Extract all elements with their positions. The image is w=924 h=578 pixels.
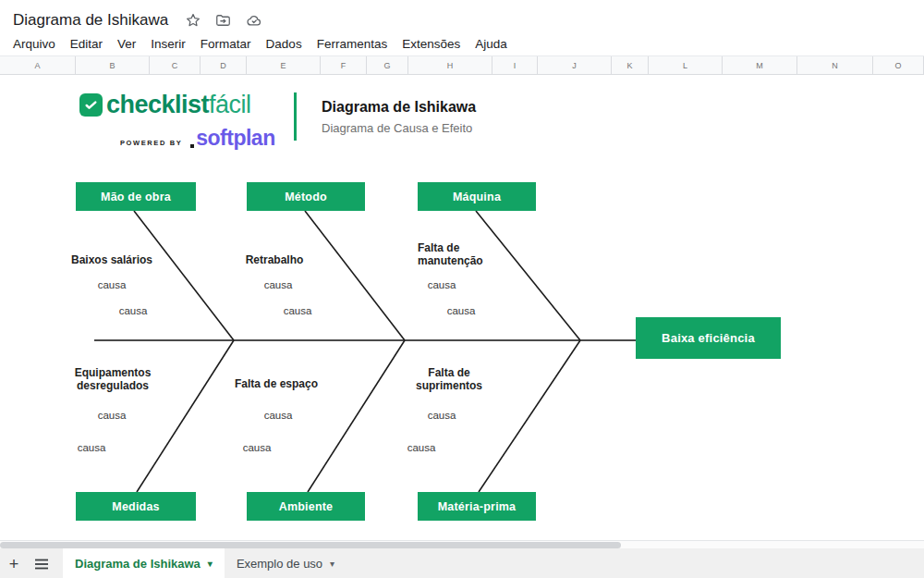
subcause-label-2-2: causa: [284, 305, 312, 316]
menu-formatar[interactable]: Formatar: [193, 34, 259, 54]
subcause-label-6-2: causa: [407, 442, 436, 453]
category-box-2: Método: [247, 182, 365, 211]
column-header-G[interactable]: G: [367, 56, 408, 74]
chevron-down-icon[interactable]: ▾: [330, 559, 334, 569]
horizontal-scrollbar-track[interactable]: [0, 540, 924, 548]
column-header-H[interactable]: H: [408, 56, 492, 74]
plus-icon: +: [9, 556, 19, 572]
menu-extensoes[interactable]: Extensões: [395, 34, 468, 54]
cause-label-1: Baixos salários: [47, 253, 176, 266]
menu-ver[interactable]: Ver: [110, 34, 143, 54]
hamburger-icon: [35, 559, 48, 570]
menu-bar: ArquivoEditarVerInserirFormatarDadosFerr…: [0, 31, 924, 55]
all-sheets-button[interactable]: [30, 548, 54, 578]
spreadsheet-app: Diagrama de Ishikawa ArquivoEd: [0, 0, 924, 578]
subcause-label-1-2: causa: [119, 305, 148, 316]
column-header-I[interactable]: I: [492, 56, 538, 74]
column-header-N[interactable]: N: [797, 56, 873, 74]
column-header-E[interactable]: E: [247, 56, 321, 74]
sheet-tab-label: Exemplo de uso: [237, 557, 322, 571]
effect-box: Baixa eficiência: [636, 317, 781, 359]
subcause-label-4-1: causa: [98, 410, 127, 421]
column-header-F[interactable]: F: [321, 56, 367, 74]
move-to-folder-icon[interactable]: [214, 12, 232, 29]
menu-dados[interactable]: Dados: [259, 34, 310, 54]
subcause-label-5-1: causa: [264, 410, 293, 421]
cause-label-4: Equipamentos desregulados: [61, 366, 164, 392]
document-actions: [185, 12, 263, 31]
category-box-4: Medidas: [76, 492, 196, 521]
subcause-label-3-2: causa: [447, 305, 476, 316]
star-icon[interactable]: [185, 12, 201, 29]
menu-editar[interactable]: Editar: [63, 34, 110, 54]
category-box-3: Máquina: [418, 182, 536, 211]
column-header-K[interactable]: K: [612, 56, 649, 74]
column-header-O[interactable]: O: [873, 56, 924, 74]
subcause-label-5-2: causa: [243, 442, 272, 453]
sheet-tab-bar: + Diagrama de Ishikawa ▾ Exemplo de uso …: [0, 548, 924, 578]
sheet-canvas: checklistfácil POWERED BY softplan Diagr…: [0, 75, 924, 540]
category-box-1: Mão de obra: [76, 182, 196, 211]
cause-label-5: Falta de espaço: [202, 377, 350, 390]
category-box-5: Ambiente: [247, 492, 365, 521]
add-sheet-button[interactable]: +: [2, 548, 26, 578]
horizontal-scrollbar-thumb[interactable]: [0, 542, 621, 548]
subcause-label-1-1: causa: [98, 279, 127, 290]
subcause-label-6-1: causa: [428, 410, 456, 421]
category-box-6: Matéria-prima: [418, 492, 536, 521]
cause-label-2: Retrabalho: [210, 253, 339, 266]
document-title[interactable]: Diagrama de Ishikawa: [13, 11, 168, 31]
column-header-A[interactable]: A: [0, 56, 76, 74]
menu-arquivo[interactable]: Arquivo: [6, 34, 63, 54]
column-header-B[interactable]: B: [76, 56, 150, 74]
menu-ajuda[interactable]: Ajuda: [468, 34, 515, 54]
cause-label-3: Falta de manutenção: [418, 241, 501, 267]
column-header-J[interactable]: J: [538, 56, 612, 74]
subcause-label-2-1: causa: [264, 279, 293, 290]
menu-inserir[interactable]: Inserir: [143, 34, 193, 54]
subcause-label-4-2: causa: [78, 442, 106, 453]
cause-label-6: Falta de suprimentos: [403, 366, 495, 392]
column-header-L[interactable]: L: [649, 56, 723, 74]
subcause-label-3-1: causa: [428, 279, 456, 290]
column-header-C[interactable]: C: [150, 56, 201, 74]
column-header-D[interactable]: D: [201, 56, 247, 74]
menu-ferramentas[interactable]: Ferramentas: [310, 34, 395, 54]
title-bar: Diagrama de Ishikawa: [0, 0, 924, 31]
column-header-row: ABCDEFGHIJKLMNO: [0, 55, 924, 75]
sheet-tab-diagrama[interactable]: Diagrama de Ishikawa ▾: [63, 548, 225, 578]
cloud-saved-icon[interactable]: [245, 12, 263, 29]
column-header-M[interactable]: M: [723, 56, 797, 74]
sheet-tab-exemplo[interactable]: Exemplo de uso ▾: [225, 548, 346, 578]
sheet-tab-label: Diagrama de Ishikawa: [75, 557, 201, 571]
chevron-down-icon[interactable]: ▾: [208, 559, 213, 569]
